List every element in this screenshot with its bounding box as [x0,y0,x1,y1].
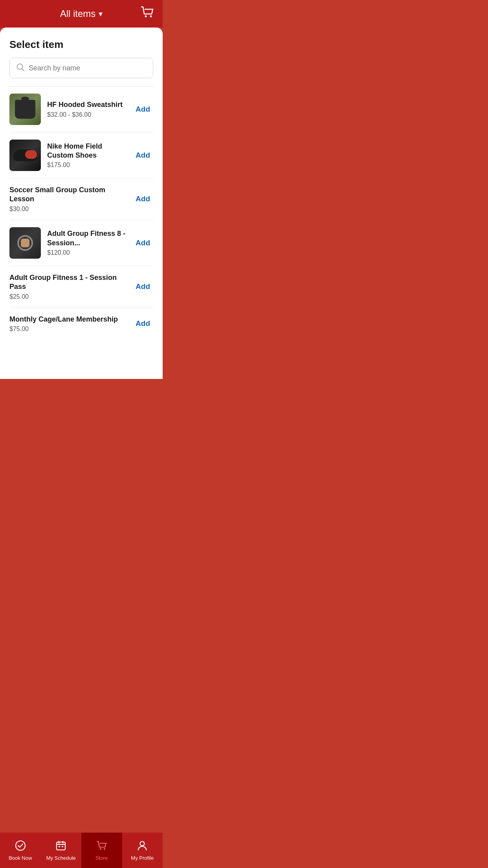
add-button[interactable]: Add [132,318,153,329]
product-price: $75.00 [9,326,126,333]
svg-point-0 [145,15,147,17]
add-button[interactable]: Add [132,281,153,292]
main-card: Select item HF Hooded Sweatshirt $32.00 … [0,28,163,379]
product-image-fitness [9,227,41,259]
product-info: Soccer Small Group Custom Lesson $30.00 [9,186,126,213]
product-name: HF Hooded Sweatshirt [47,100,126,109]
sweatshirt-art [15,100,35,119]
product-name: Nike Home Field Custom Shoes [47,142,126,160]
search-icon [16,63,25,73]
svg-point-1 [150,15,152,17]
product-price: $30.00 [9,206,126,213]
product-image-sweatshirt [9,94,41,125]
product-info: Monthly Cage/Lane Membership $75.00 [9,315,126,333]
product-info: HF Hooded Sweatshirt $32.00 - $36.00 [47,100,126,118]
list-item: Nike Home Field Custom Shoes $175.00 Add [9,132,153,178]
section-title: Select item [9,39,153,51]
list-item: Soccer Small Group Custom Lesson $30.00 … [9,178,153,220]
product-name: Adult Group Fitness 1 - Session Pass [9,273,126,292]
fist-art [21,239,29,247]
product-price: $175.00 [47,162,126,169]
header-title: All items [60,8,96,19]
header: All items ▾ [0,0,163,28]
product-info: Adult Group Fitness 1 - Session Pass $25… [9,273,126,300]
product-list: HF Hooded Sweatshirt $32.00 - $36.00 Add… [9,86,153,340]
product-info: Nike Home Field Custom Shoes $175.00 [47,142,126,169]
product-name: Monthly Cage/Lane Membership [9,315,126,324]
add-button[interactable]: Add [132,149,153,161]
search-input[interactable] [29,64,147,72]
product-name: Soccer Small Group Custom Lesson [9,186,126,204]
add-button[interactable]: Add [132,103,153,115]
fitness-art [17,235,33,251]
svg-line-3 [22,69,24,71]
product-info: Adult Group Fitness 8 - Session... $120.… [47,229,126,256]
list-item: Adult Group Fitness 1 - Session Pass $25… [9,266,153,308]
header-title-area[interactable]: All items ▾ [60,8,103,19]
product-price: $32.00 - $36.00 [47,111,126,118]
chevron-down-icon: ▾ [99,9,103,18]
cart-icon[interactable] [141,6,155,22]
search-bar[interactable] [9,58,153,78]
shoes-art [13,149,37,161]
product-name: Adult Group Fitness 8 - Session... [47,229,126,248]
list-item: Adult Group Fitness 8 - Session... $120.… [9,220,153,266]
add-button[interactable]: Add [132,237,153,249]
list-item: HF Hooded Sweatshirt $32.00 - $36.00 Add [9,86,153,132]
list-item: Monthly Cage/Lane Membership $75.00 Add [9,308,153,340]
add-button[interactable]: Add [132,193,153,205]
product-image-shoes [9,140,41,171]
product-price: $25.00 [9,293,126,300]
product-price: $120.00 [47,249,126,256]
